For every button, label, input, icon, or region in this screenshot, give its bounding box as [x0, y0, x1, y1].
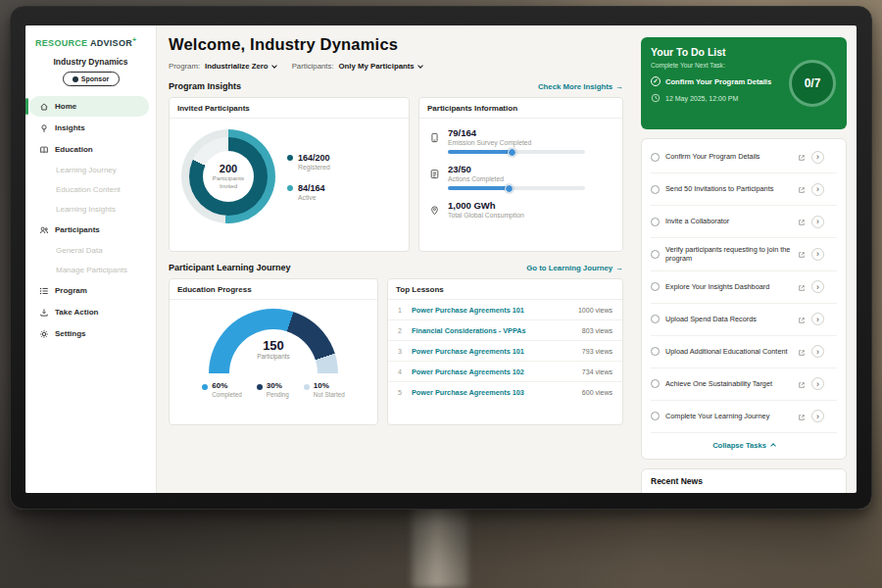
task-row[interactable]: Upload Spend Data Records ›: [651, 304, 837, 336]
arrow-right-icon: →: [615, 82, 623, 91]
page-title: Welcome, Industry Dynamics: [169, 35, 623, 54]
sidebar-item-education-content[interactable]: Education Content: [25, 180, 156, 199]
program-insights-title: Program Insights: [169, 81, 241, 91]
logo-plus: +: [132, 36, 136, 43]
todo-progress-badge: 0/7: [789, 60, 836, 107]
sidebar-item-label: Learning Insights: [56, 205, 116, 214]
lesson-link[interactable]: Financial Considerations - VPPAs: [412, 326, 574, 335]
external-link-icon: [798, 343, 806, 361]
task-chevron-button[interactable]: ›: [811, 248, 824, 261]
task-chevron-button[interactable]: ›: [811, 280, 824, 293]
task-chevron-button[interactable]: ›: [811, 151, 824, 164]
invited-participants-card: Invited Participants 200 Participants In…: [169, 97, 410, 252]
sidebar-item-education[interactable]: Education: [25, 139, 156, 160]
education-legend: 60% Completed 30% Pending 10% Not Starte…: [202, 381, 344, 398]
lightbulb-icon: [38, 122, 49, 133]
collapse-tasks-button[interactable]: Collapse Tasks: [651, 433, 837, 459]
task-row[interactable]: Achieve One Sustainability Target ›: [651, 368, 837, 401]
task-row[interactable]: Upload Additional Educational Content ›: [651, 336, 837, 368]
legend-completed: 60% Completed: [202, 381, 241, 398]
task-row[interactable]: Send 50 Invitations to Participants ›: [651, 173, 837, 206]
not-started-dot-icon: [304, 384, 310, 390]
task-checkbox[interactable]: [651, 185, 660, 194]
todo-next-task[interactable]: ✓ Confirm Your Program Details: [651, 76, 798, 86]
stat-global-consumption: 1,000 GWh Total Global Consumption: [429, 200, 612, 222]
external-link-icon: [798, 180, 806, 198]
task-chevron-button[interactable]: ›: [811, 410, 824, 422]
sidebar-item-label: Insights: [55, 123, 85, 132]
sidebar-item-participants[interactable]: Participants: [25, 220, 156, 240]
sidebar-item-label: Settings: [55, 329, 86, 338]
participants-filter-dropdown[interactable]: Only My Participants: [339, 62, 422, 71]
lesson-link[interactable]: Power Purchase Agreements 103: [412, 388, 574, 397]
go-to-learning-journey-link[interactable]: Go to Learning Journey →: [526, 264, 623, 272]
screen: RESOURCE ADVISOR+ Industry Dynamics Spon…: [25, 25, 857, 493]
external-link-icon: [798, 245, 806, 263]
sidebar-nav: Home Insights Education Learning Journey: [25, 96, 156, 344]
invited-participants-donut: 200 Participants Invited: [181, 129, 275, 223]
program-insights-cards: Invited Participants 200 Participants In…: [169, 97, 623, 252]
sidebar-item-settings[interactable]: Settings: [25, 323, 156, 344]
sidebar-item-learning-insights[interactable]: Learning Insights: [25, 200, 156, 219]
lesson-link[interactable]: Power Purchase Agreements 101: [412, 347, 574, 356]
todo-task-list: Confirm Your Program Details › Send 50 I…: [641, 138, 847, 460]
task-checkbox[interactable]: [651, 315, 660, 323]
pin-icon: [429, 200, 440, 222]
task-row[interactable]: Confirm Your Program Details ›: [651, 141, 837, 173]
sponsor-badge[interactable]: Sponsor: [63, 72, 120, 86]
task-checkbox[interactable]: [651, 412, 660, 420]
active-dot-icon: [287, 185, 293, 191]
sidebar-item-label: Take Action: [55, 308, 98, 317]
education-progress-title: Education Progress: [170, 279, 377, 300]
gear-icon: [38, 328, 49, 339]
sidebar-item-program[interactable]: Program: [25, 280, 156, 301]
sidebar-item-home[interactable]: Home: [29, 96, 149, 117]
task-chevron-button[interactable]: ›: [811, 216, 824, 228]
task-checkbox[interactable]: [651, 250, 660, 259]
lesson-row: 2 Financial Considerations - VPPAs 803 v…: [388, 320, 622, 341]
sidebar-item-insights[interactable]: Insights: [25, 118, 156, 138]
task-checkbox[interactable]: [651, 218, 660, 226]
external-link-icon: [798, 213, 806, 230]
task-checkbox[interactable]: [651, 347, 660, 356]
task-chevron-button[interactable]: ›: [811, 345, 824, 358]
chevron-up-icon: [770, 444, 776, 450]
program-filter-value: Industrialize Zero: [205, 62, 269, 71]
check-more-insights-link[interactable]: Check More Insights →: [538, 82, 623, 91]
invited-participants-title: Invited Participants: [170, 98, 409, 119]
task-row[interactable]: Explore Your Insights Dashboard ›: [651, 271, 837, 304]
main-content: Welcome, Industry Dynamics Program: Indu…: [157, 25, 635, 493]
task-chevron-button[interactable]: ›: [811, 377, 824, 390]
emission-progress-bar: [448, 150, 585, 154]
task-row[interactable]: Invite a Collaborator ›: [651, 206, 837, 238]
participants-filter-value: Only My Participants: [339, 62, 415, 71]
stat-actions-completed: 23/50 Actions Completed: [429, 164, 612, 190]
participants-information-card: Participants Information 79/164 Emission…: [418, 97, 623, 252]
task-row[interactable]: Complete Your Learning Journey ›: [651, 401, 837, 433]
home-icon: [38, 101, 49, 112]
task-row[interactable]: Verify participants requesting to join t…: [651, 238, 837, 271]
sidebar-item-general-data[interactable]: General Data: [25, 241, 156, 260]
invited-center-label: Participants Invited: [213, 174, 244, 190]
task-chevron-button[interactable]: ›: [811, 183, 824, 196]
app-logo[interactable]: RESOURCE ADVISOR+: [25, 34, 156, 54]
pending-dot-icon: [257, 384, 263, 390]
lesson-row: 4 Power Purchase Agreements 102 734 view…: [388, 362, 622, 382]
invited-legend: 164/200 Registered 84/164 Active: [287, 153, 330, 201]
lesson-link[interactable]: Power Purchase Agreements 101: [412, 306, 570, 315]
sponsor-badge-label: Sponsor: [81, 75, 109, 82]
task-checkbox[interactable]: [651, 153, 660, 162]
task-checkbox[interactable]: [651, 282, 660, 291]
lesson-link[interactable]: Power Purchase Agreements 102: [412, 368, 574, 376]
sidebar-item-manage-participants[interactable]: Manage Participants: [25, 261, 156, 279]
program-filter-dropdown[interactable]: Industrialize Zero: [205, 62, 276, 71]
learning-journey-title: Participant Learning Journey: [169, 263, 291, 272]
clock-icon: [651, 93, 661, 104]
sidebar-item-learning-journey[interactable]: Learning Journey: [25, 161, 156, 179]
stat-emission-survey: 79/164 Emission Survey Completed: [429, 127, 612, 154]
sidebar-item-take-action[interactable]: Take Action: [25, 302, 156, 322]
legend-registered: 164/200 Registered: [287, 153, 330, 171]
task-chevron-button[interactable]: ›: [811, 313, 824, 325]
actions-progress-bar: [448, 186, 585, 190]
task-checkbox[interactable]: [651, 379, 660, 388]
